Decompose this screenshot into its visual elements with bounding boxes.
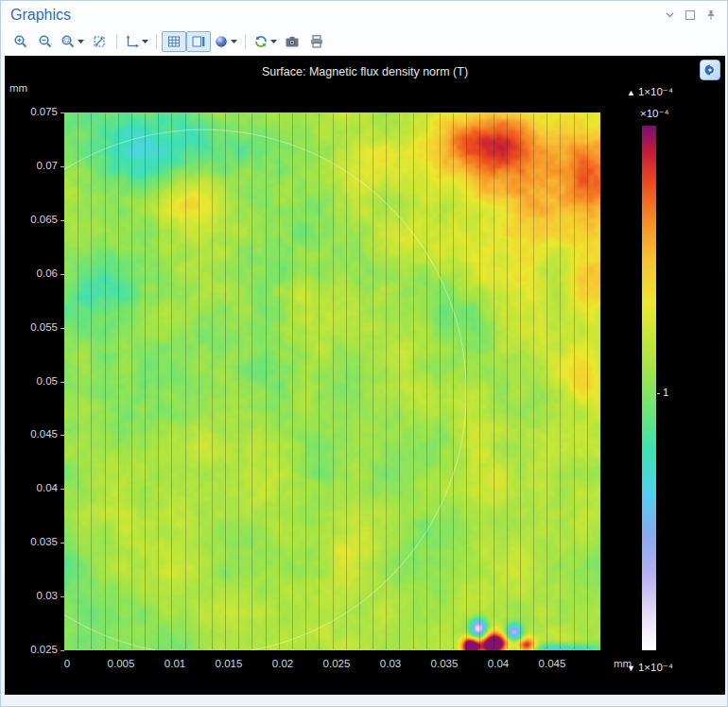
y-tick-label: 0.07 [9,160,58,171]
y-tick-label: 0.05 [9,375,58,387]
y-tick-label: 0.03 [9,590,58,601]
scene-color-icon [214,34,229,49]
colorbar [642,126,656,650]
dropdown-arrow-icon[interactable] [270,40,277,43]
update-plot-icon [253,34,269,49]
print-icon [309,34,324,49]
y-tick-label: 0.06 [9,267,58,279]
pin-icon[interactable] [704,9,718,22]
colorbar-min-label: ▼1×10⁻⁴ [627,661,673,674]
x-tick-label: 0.04 [477,658,520,669]
y-axis-unit: mm [9,82,27,94]
triangle-up-icon: ▲ [627,88,635,97]
x-tick-label: 0.025 [315,658,358,669]
x-tick-label: 0.005 [99,658,143,669]
show-grid-button[interactable] [162,31,186,52]
dropdown-arrow-icon[interactable] [78,40,84,43]
y-tick-mark [61,596,64,597]
zoom-box-icon [61,34,76,49]
y-tick-label: 0.035 [9,536,58,547]
y-tick-label: 0.04 [9,482,58,493]
image-snapshot-button[interactable] [280,31,304,52]
colorbar-multiplier-label: ×10⁻⁴ [640,107,669,120]
toolbar-separator [156,34,157,49]
x-tick-label: 0.015 [207,658,251,669]
y-tick-mark [61,543,64,543]
toolbar-separator [245,34,246,49]
x-tick-label: 0.035 [423,658,466,669]
dropdown-arrow-icon[interactable] [231,40,237,43]
colorbar-max-label: ▲1×10⁻⁴ [627,85,673,98]
y-tick-mark [61,220,64,221]
surface-plot[interactable] [64,112,600,650]
window-controls [663,9,718,22]
zoom-box-button[interactable] [58,31,87,52]
y-tick-mark [61,166,64,167]
x-tick-label: 0.01 [153,658,197,669]
y-tick-mark [61,489,64,490]
window-title: Graphics [10,7,71,24]
titlebar: Graphics [1,1,727,29]
float-window-icon[interactable] [684,9,697,22]
print-button[interactable] [304,31,329,52]
x-tick-label: 0 [45,658,89,669]
y-tick-label: 0.045 [9,428,58,440]
go-to-view-icon [125,34,140,49]
zoom-out-button[interactable] [33,31,58,52]
dropdown-arrow-icon[interactable] [142,40,148,43]
zoom-in-icon [13,34,28,49]
show-legend-icon [191,34,206,49]
triangle-down-icon: ▼ [627,664,635,673]
comsol-logo-icon[interactable] [700,60,720,80]
graphics-window: Graphics [0,0,728,707]
update-plot-button[interactable] [251,31,280,52]
show-grid-icon [166,34,182,49]
y-tick-mark [61,382,64,383]
zoom-extents-button[interactable] [87,31,112,52]
y-tick-mark [61,328,64,329]
scene-color-button[interactable] [211,31,240,52]
y-tick-label: 0.025 [9,644,58,655]
y-tick-mark [61,650,64,651]
zoom-in-button[interactable] [9,31,33,52]
colorbar-mid-tickmark [657,393,660,394]
colorbar-mid-label: 1 [663,387,668,398]
zoom-out-icon [38,34,53,49]
go-to-view-button[interactable] [122,31,151,52]
graphics-toolbar [1,29,727,54]
plot-area: Surface: Magnetic flux density norm (T) … [5,56,725,695]
image-snapshot-icon [285,34,300,49]
x-tick-label: 0.045 [530,658,574,669]
y-tick-mark [61,112,64,113]
show-legend-button[interactable] [186,31,211,52]
toolbar-separator [116,34,117,49]
x-tick-label: 0.03 [369,658,412,669]
zoom-extents-icon [92,34,107,49]
y-tick-label: 0.075 [9,106,58,117]
x-tick-label: 0.02 [261,658,304,669]
y-tick-mark [61,274,64,275]
y-tick-mark [61,435,64,436]
plot-title: Surface: Magnetic flux density norm (T) [5,65,725,78]
chevron-down-icon[interactable] [663,9,676,22]
y-tick-label: 0.055 [9,321,58,333]
y-tick-label: 0.065 [9,214,58,225]
